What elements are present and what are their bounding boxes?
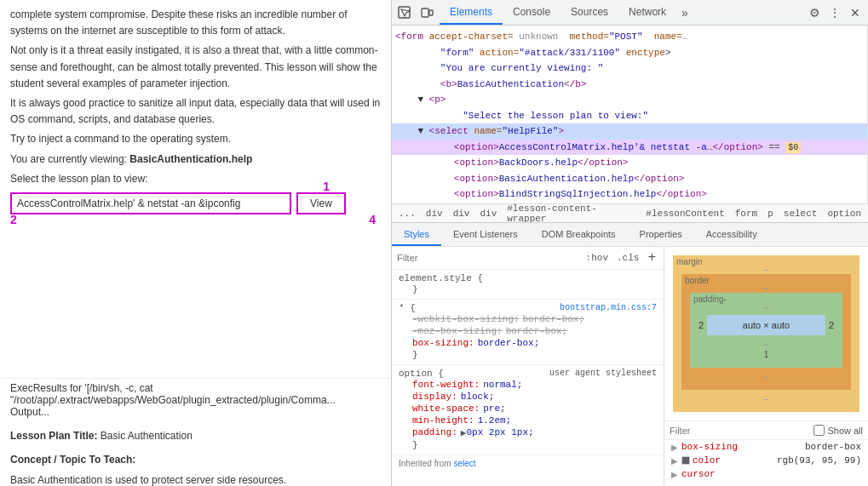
- html-panel[interactable]: <form accept-charset= unknown method="PO…: [392, 26, 868, 203]
- badge-1: 1: [323, 177, 330, 196]
- padding-top-val[interactable]: –: [763, 301, 768, 312]
- lower-content: :hov .cls + element.style { }: [392, 247, 868, 486]
- style-val-ws: pre;: [483, 403, 505, 414]
- tab-more[interactable]: »: [676, 0, 693, 25]
- style-line-display: display: block;: [399, 391, 657, 403]
- lesson-input[interactable]: [10, 192, 291, 214]
- more-vert-icon[interactable]: ⋮: [825, 3, 844, 22]
- html-panel-wrapper: <form accept-charset= unknown method="PO…: [392, 26, 868, 486]
- html-line-2: "form" action="#attack/331/1100" enctype…: [392, 45, 867, 61]
- margin-label: margin: [676, 257, 703, 266]
- border-label: border: [685, 276, 710, 285]
- style-line-box: box-sizing: border-box;: [399, 337, 657, 349]
- html-line-6: "Select the lesson plan to view:": [392, 108, 867, 124]
- style-close-element: }: [399, 283, 657, 295]
- breadcrumb-form[interactable]: form: [732, 208, 761, 220]
- tab-network[interactable]: Network: [618, 0, 676, 25]
- breadcrumb-option[interactable]: option: [824, 208, 865, 220]
- inspect-icon[interactable]: [395, 3, 414, 22]
- close-icon[interactable]: ✕: [846, 3, 865, 22]
- style-line-webkit: -webkit-box-sizing: border-box;: [399, 313, 657, 325]
- padding-bot-val[interactable]: –: [763, 339, 768, 349]
- styles-filter-input[interactable]: [397, 253, 583, 263]
- style-line-ws: white-space: pre;: [399, 403, 657, 415]
- show-all-label[interactable]: Show all: [813, 425, 863, 436]
- lower-tab-event-listeners[interactable]: Event Listeners: [441, 223, 530, 246]
- content-width[interactable]: auto: [743, 320, 761, 330]
- left-content: complete system compromise. Despite thes…: [0, 0, 391, 375]
- content-x: ×: [763, 320, 771, 330]
- breadcrumb-select[interactable]: select: [780, 208, 821, 220]
- tab-elements[interactable]: Elements: [440, 0, 503, 25]
- content-right-num[interactable]: 2: [829, 320, 834, 330]
- lesson-meta: Lesson Plan Title: Basic Authentication: [0, 426, 391, 442]
- breadcrumb-div1[interactable]: div: [423, 208, 446, 220]
- styles-panel: :hov .cls + element.style { }: [392, 247, 664, 486]
- tab-console[interactable]: Console: [503, 0, 560, 25]
- breadcrumb-div3[interactable]: div: [476, 208, 500, 220]
- inherited-select-link[interactable]: select: [453, 459, 475, 468]
- lower-tab-dom-breakpoints[interactable]: DOM Breakpoints: [530, 223, 628, 246]
- style-prop-display: display:: [412, 392, 457, 402]
- style-val-moz: border-box;: [506, 326, 568, 336]
- devtools-tabs: Elements Console Sources Network »: [440, 0, 693, 25]
- box-margin-row-top: –: [681, 264, 851, 274]
- style-line-fw: font-weight: normal;: [399, 379, 657, 391]
- box-border-row-bot: –: [690, 371, 842, 381]
- box-border-row-top: –: [690, 283, 842, 293]
- computed-row-color[interactable]: ▶ color rgb(93, 95, 99): [664, 454, 868, 467]
- style-line-pad: padding: ▶ 0px 2px 1px;: [399, 426, 657, 439]
- computed-row-cursor[interactable]: ▶ cursor: [664, 467, 868, 481]
- style-prop-ws: white-space:: [412, 403, 480, 414]
- para-4: Try to inject a command to the operating…: [10, 131, 381, 147]
- breadcrumb-lesson-content[interactable]: #lessonContent: [642, 208, 727, 220]
- content-height[interactable]: auto: [772, 320, 790, 330]
- style-prop-webkit: -webkit-box-sizing:: [412, 314, 519, 324]
- device-icon[interactable]: [417, 3, 436, 22]
- show-all-checkbox[interactable]: [813, 425, 825, 436]
- style-prop-moz: -moz-box-sizing:: [412, 326, 503, 336]
- style-close-star: }: [399, 349, 657, 361]
- svg-rect-1: [422, 9, 428, 17]
- filter-pseudo-btn[interactable]: :hov: [583, 252, 611, 264]
- border-bot-val[interactable]: –: [763, 371, 768, 381]
- computed-arrow-1: ▶: [671, 443, 678, 452]
- badge-4: 4: [369, 210, 376, 229]
- settings-icon[interactable]: ⚙: [805, 3, 824, 22]
- filter-bar: :hov .cls +: [392, 247, 664, 270]
- html-line-3: "You are currently viewing: ": [392, 60, 867, 77]
- breadcrumb-div2[interactable]: div: [450, 208, 474, 220]
- lower-tab-properties[interactable]: Properties: [628, 223, 694, 246]
- html-line-9: <option>BackDoors.help</option>: [392, 155, 867, 171]
- svg-rect-2: [429, 10, 433, 15]
- tab-sources[interactable]: Sources: [560, 0, 618, 25]
- margin-top-val[interactable]: –: [763, 264, 768, 274]
- computed-arrow-3: ▶: [671, 470, 678, 479]
- computed-filter-input[interactable]: [670, 426, 813, 436]
- box-margin-row-bot: –: [681, 393, 851, 403]
- html-line-10: <option>BasicAuthentication.help</option…: [392, 171, 867, 187]
- filter-cls-btn[interactable]: .cls: [614, 252, 641, 264]
- style-val-box: border-box;: [478, 338, 540, 348]
- bottom-desc: Basic Authentication is used to protect …: [0, 471, 391, 486]
- filter-plus-btn[interactable]: +: [645, 250, 658, 266]
- breadcrumb-lesson-wrapper[interactable]: #lesson-content-wrapper: [503, 203, 639, 222]
- para-1: complete system compromise. Despite thes…: [10, 7, 381, 39]
- lower-tab-styles[interactable]: Styles: [392, 223, 441, 246]
- breadcrumb-p[interactable]: p: [764, 208, 777, 220]
- style-rule-star: * { bootstrap.min.css:7 -webkit-box-sizi…: [392, 300, 664, 365]
- lower-tabs: Styles Event Listeners DOM Breakpoints P…: [392, 223, 868, 247]
- computed-row-box-sizing[interactable]: ▶ box-sizing border-box: [664, 440, 868, 454]
- style-val-pad: 0px 2px 1px;: [466, 427, 533, 438]
- border-top-val[interactable]: –: [763, 283, 768, 293]
- content-left-num[interactable]: 2: [698, 320, 704, 330]
- view-button[interactable]: View: [296, 192, 346, 214]
- style-source-bootstrap[interactable]: bootstrap.min.css:7: [560, 303, 657, 313]
- breadcrumb-ellipsis[interactable]: ...: [395, 208, 419, 220]
- breadcrumb-bar: ... div div div #lesson-content-wrapper …: [392, 203, 868, 222]
- style-prop-pad: padding:: [412, 427, 457, 438]
- html-line-5: ▼ <p>: [392, 92, 867, 108]
- lower-tab-accessibility[interactable]: Accessibility: [694, 223, 769, 246]
- style-rule-element: element.style { }: [392, 270, 664, 300]
- margin-bot-val[interactable]: –: [763, 393, 768, 403]
